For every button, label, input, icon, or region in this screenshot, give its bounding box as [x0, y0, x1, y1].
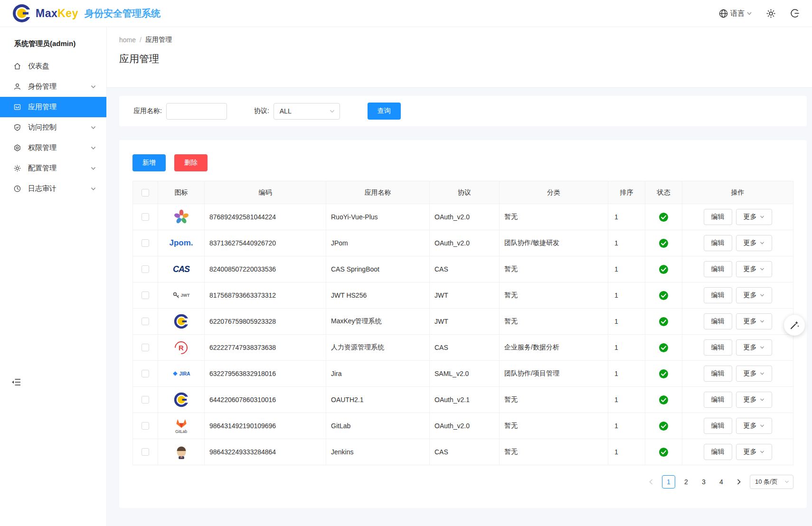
more-label: 更多 [744, 422, 757, 430]
status-enabled-icon [659, 448, 668, 457]
more-button[interactable]: 更多 [736, 444, 772, 460]
row-checkbox[interactable] [142, 239, 149, 247]
row-checkbox[interactable] [142, 265, 149, 273]
edit-button[interactable]: 编辑 [704, 209, 732, 225]
more-button[interactable]: 更多 [736, 366, 772, 382]
column-header-sort: 排序 [608, 181, 645, 204]
app-category: 暂无 [500, 282, 608, 309]
sidebar-item-configuration[interactable]: 配置管理 [0, 158, 106, 178]
app-code: 644220607860310016 [205, 387, 326, 413]
more-button[interactable]: 更多 [736, 261, 772, 277]
magic-wand-icon [789, 320, 800, 330]
brand-max: Max [36, 7, 57, 19]
app-category: 团队协作/敏捷研发 [500, 230, 608, 256]
table-row: 876892492581044224 RuoYi-Vue-Plus OAuth_… [133, 204, 793, 230]
sidebar-item-dashboard[interactable]: 仪表盘 [0, 56, 106, 76]
more-label: 更多 [744, 239, 757, 247]
table-row: R 622227747938373638 人力资源管理系统 CAS 企业服务/数… [133, 335, 793, 361]
row-checkbox[interactable] [142, 370, 149, 377]
table-toolbar: 新增 删除 [132, 154, 793, 171]
row-checkbox[interactable] [142, 291, 149, 299]
brand: MaxKey 身份安全管理系统 [0, 4, 161, 23]
app-code: 837136275440926720 [205, 230, 326, 256]
search-button[interactable]: 查询 [368, 103, 401, 120]
app-name: GitLab [326, 413, 430, 439]
brand-subtitle: 身份安全管理系统 [85, 7, 161, 20]
sidebar-item-access-control[interactable]: 访问控制 [0, 117, 106, 138]
add-button[interactable]: 新增 [132, 154, 166, 171]
more-button[interactable]: 更多 [736, 418, 772, 434]
page-number-3[interactable]: 3 [697, 475, 710, 488]
row-checkbox[interactable] [142, 344, 149, 351]
edit-button[interactable]: 编辑 [704, 418, 732, 434]
row-checkbox[interactable] [142, 422, 149, 430]
apps-table: 图标 编码 应用名称 协议 分类 排序 状态 操作 [132, 181, 793, 465]
column-header-name: 应用名称 [326, 181, 430, 204]
edit-button[interactable]: 编辑 [704, 313, 732, 329]
more-button[interactable]: 更多 [736, 209, 772, 225]
sidebar-item-app-management[interactable]: 应用管理 [0, 97, 106, 117]
more-button[interactable]: 更多 [736, 313, 772, 329]
jira-logo-icon: JIRA [158, 361, 205, 387]
cas-logo-icon: CAS [158, 256, 205, 282]
edit-button[interactable]: 编辑 [704, 366, 732, 382]
more-button[interactable]: 更多 [736, 287, 772, 303]
protocol-filter-label: 协议: [254, 107, 269, 115]
breadcrumb: home / 应用管理 [119, 36, 812, 44]
page-size-select[interactable]: 10 条/页 [750, 475, 793, 489]
theme-switcher-button[interactable] [784, 315, 805, 336]
breadcrumb-separator: / [140, 36, 142, 44]
more-button[interactable]: 更多 [736, 392, 772, 408]
more-button[interactable]: 更多 [736, 339, 772, 356]
delete-button[interactable]: 删除 [174, 154, 208, 171]
edit-button[interactable]: 编辑 [704, 287, 732, 303]
shield-check-icon [13, 123, 22, 132]
table-row: JIRA 632279563832918016 Jira SAML_v2.0 团… [133, 361, 793, 387]
protocol-select[interactable]: ALL [274, 103, 340, 120]
row-checkbox[interactable] [142, 396, 149, 404]
app-code: 986431492190109696 [205, 413, 326, 439]
next-page-button[interactable] [732, 475, 746, 488]
chevron-down-icon [760, 320, 765, 323]
breadcrumb-home-link[interactable]: home [119, 36, 136, 44]
select-all-checkbox[interactable] [142, 189, 149, 197]
prev-page-button[interactable] [644, 475, 658, 488]
edit-button[interactable]: 编辑 [704, 339, 732, 356]
sidebar-item-identity[interactable]: 身份管理 [0, 76, 106, 97]
app-category: 暂无 [500, 387, 608, 413]
sidebar-item-audit[interactable]: 日志审计 [0, 178, 106, 199]
row-checkbox[interactable] [142, 318, 149, 325]
status-enabled-icon [659, 369, 668, 378]
sidebar-item-permission[interactable]: 权限管理 [0, 138, 106, 158]
edit-button[interactable]: 编辑 [704, 235, 732, 251]
app-code: 632279563832918016 [205, 361, 326, 387]
status-enabled-icon [659, 265, 668, 274]
more-button[interactable]: 更多 [736, 235, 772, 251]
edit-button[interactable]: 编辑 [704, 261, 732, 277]
maxkey-logo-icon [158, 309, 205, 335]
sidebar-nav: 仪表盘 身份管理 应用管理 访 [0, 56, 106, 199]
chevron-down-icon [760, 424, 765, 427]
app-code: 622227747938373638 [205, 335, 326, 361]
app-name-input[interactable] [166, 103, 227, 120]
globe-icon [719, 9, 728, 18]
jenkins-logo-icon [158, 439, 205, 465]
app-window-icon [13, 103, 22, 112]
app-category: 暂无 [500, 204, 608, 230]
gear-icon [766, 9, 776, 19]
edit-button[interactable]: 编辑 [704, 444, 732, 460]
sidebar-item-label: 访问控制 [28, 123, 57, 132]
language-selector[interactable]: 语言 [719, 9, 752, 18]
page-number-4[interactable]: 4 [715, 475, 728, 488]
settings-button[interactable] [766, 9, 776, 19]
column-header-protocol: 协议 [430, 181, 500, 204]
row-checkbox[interactable] [142, 213, 149, 221]
logout-button[interactable] [790, 9, 800, 18]
row-checkbox[interactable] [142, 448, 149, 456]
home-icon [13, 62, 22, 71]
page-number-1[interactable]: 1 [662, 475, 675, 488]
menu-fold-icon[interactable] [11, 377, 23, 387]
edit-button[interactable]: 编辑 [704, 392, 732, 408]
gitlab-logo-icon: GitLab [158, 413, 205, 439]
page-number-2[interactable]: 2 [680, 475, 693, 488]
